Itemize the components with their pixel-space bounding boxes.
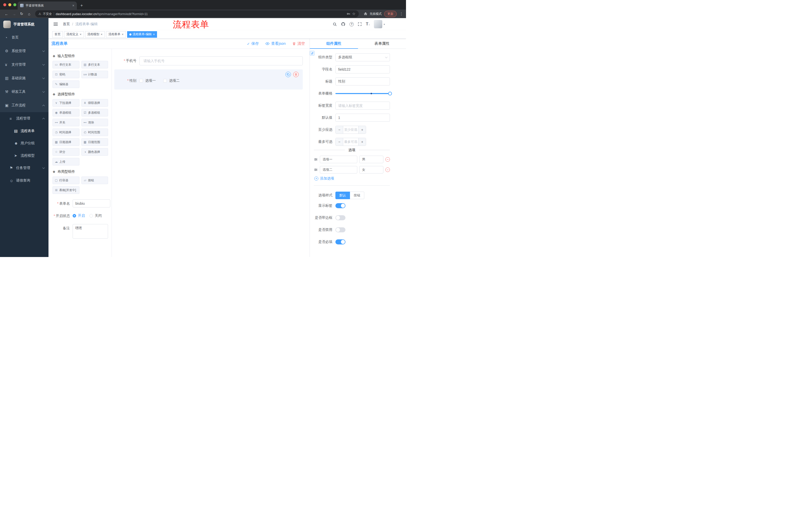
palette-item-rate[interactable]: ☆评分: [53, 148, 79, 156]
palette-item-cascade[interactable]: ⋔级联选择: [81, 99, 108, 107]
default-value-input[interactable]: [336, 114, 390, 122]
sidebar-item-workflow[interactable]: ▣ 工作流程: [0, 99, 49, 112]
sidebar-item-process-model[interactable]: ➤ 流程模型: [0, 150, 49, 162]
option-label-input[interactable]: [320, 156, 357, 163]
palette-item-password[interactable]: ⊡密码: [53, 71, 79, 78]
remove-option-icon[interactable]: −: [385, 167, 390, 172]
close-icon[interactable]: ×: [122, 33, 124, 36]
option-label-input[interactable]: [320, 166, 357, 173]
update-button[interactable]: 更新: [384, 11, 397, 17]
forward-icon[interactable]: →: [10, 12, 18, 16]
view-json-button[interactable]: 查看json: [265, 41, 286, 46]
hamburger-icon[interactable]: [53, 22, 59, 27]
avatar[interactable]: [374, 20, 382, 28]
browser-menu-icon[interactable]: ⋮: [400, 11, 403, 16]
minimize-window-button[interactable]: [8, 3, 11, 6]
sidebar-item-task-mgmt[interactable]: ⚑ 任务管理: [0, 162, 49, 174]
browser-tab[interactable]: 芋道管理系统 ×: [18, 1, 77, 9]
back-icon[interactable]: ←: [3, 12, 10, 16]
tag-process-definition[interactable]: 流程定义 ×: [64, 31, 84, 38]
close-icon[interactable]: ×: [101, 33, 103, 36]
new-tab-icon[interactable]: +: [80, 3, 83, 7]
delete-field-button[interactable]: [293, 72, 299, 77]
tag-home[interactable]: 首页: [52, 31, 63, 38]
palette-item-radio-group[interactable]: ◉单选框组: [53, 109, 79, 116]
palette-item-button[interactable]: ▱按钮: [81, 177, 108, 184]
gender-option-2-checkbox[interactable]: 选项二: [163, 78, 180, 83]
slider-handle[interactable]: [388, 92, 392, 96]
github-icon[interactable]: [341, 22, 345, 26]
fullscreen-icon[interactable]: [358, 22, 362, 26]
palette-item-multi-text[interactable]: ▤多行文本: [81, 61, 108, 69]
close-icon[interactable]: ×: [80, 33, 82, 36]
drag-handle-icon[interactable]: [314, 157, 318, 161]
drag-handle-icon[interactable]: [314, 168, 318, 172]
title-input[interactable]: [336, 77, 390, 85]
decrease-icon[interactable]: −: [336, 126, 343, 134]
status-on-radio[interactable]: 开启: [72, 214, 85, 218]
disabled-toggle[interactable]: [336, 227, 345, 232]
grid-slider[interactable]: [336, 89, 390, 98]
field-name-input[interactable]: [336, 65, 390, 74]
sidebar-item-home[interactable]: ◔ 首页: [0, 31, 49, 44]
palette-item-single-text[interactable]: ▭单行文本: [53, 61, 79, 69]
close-window-button[interactable]: [3, 3, 6, 6]
close-icon[interactable]: ×: [153, 33, 155, 36]
show-label-toggle[interactable]: [336, 203, 345, 208]
palette-item-select[interactable]: ∨下拉选择: [53, 99, 79, 107]
required-toggle[interactable]: [336, 239, 345, 244]
tag-process-form[interactable]: 流程表单 ×: [106, 31, 126, 38]
tag-process-model[interactable]: 流程模型 ×: [85, 31, 105, 38]
user-menu[interactable]: ▾: [374, 20, 385, 28]
save-button[interactable]: ✓ 保存: [247, 41, 259, 46]
palette-item-time-picker[interactable]: ◷时间选择: [53, 129, 79, 136]
security-label[interactable]: 不安全: [43, 12, 52, 16]
tab-form-props[interactable]: 表单属性: [358, 39, 406, 49]
form-name-input[interactable]: [72, 199, 110, 208]
link-icon[interactable]: [310, 51, 315, 56]
min-select-stepper[interactable]: − 至少应选 +: [336, 126, 366, 134]
field-phone[interactable]: *手机号: [114, 56, 303, 65]
sidebar-item-infrastructure[interactable]: ▥ 基础设施: [0, 72, 49, 85]
search-icon[interactable]: [332, 22, 337, 26]
tag-process-form-edit[interactable]: 流程表单-编辑 ×: [127, 31, 157, 38]
option-value-input[interactable]: [359, 166, 383, 173]
palette-item-date-range[interactable]: ▩日期范围: [81, 138, 108, 146]
address-bar[interactable]: ⚠ 不安全 dashboard.yudao.iocoder.cn/bpm/man…: [35, 10, 359, 17]
add-option-button[interactable]: + 添加选项: [314, 176, 390, 181]
bookmark-star-icon[interactable]: ☆: [352, 11, 355, 16]
sidebar-item-system-mgmt[interactable]: ⚙ 系统管理: [0, 44, 49, 58]
palette-item-editor[interactable]: ✎编辑器: [53, 80, 79, 88]
palette-item-switch[interactable]: ⊶开关: [53, 119, 79, 126]
palette-item-counter[interactable]: 123计数器: [81, 71, 108, 78]
clear-button[interactable]: 清空: [292, 41, 305, 46]
zoom-window-button[interactable]: [13, 3, 16, 6]
palette-item-date-picker[interactable]: ▦日期选择: [53, 138, 79, 146]
palette-item-time-range[interactable]: ◴时间范围: [81, 129, 108, 136]
palette-item-slider[interactable]: ⊷滑块: [81, 119, 108, 126]
sidebar-item-process-mgmt[interactable]: ≡ 流程管理: [0, 112, 49, 125]
copy-field-button[interactable]: [285, 72, 291, 77]
home-icon[interactable]: ⌂: [26, 12, 33, 16]
tab-close-icon[interactable]: ×: [72, 4, 75, 7]
reload-icon[interactable]: ↻: [18, 11, 25, 16]
selected-field-gender[interactable]: *性别 选项一 选项二: [114, 70, 303, 89]
palette-item-table[interactable]: ⊞表格[开发中]: [53, 186, 79, 194]
tab-component-props[interactable]: 组件属性: [310, 39, 358, 49]
style-default-button[interactable]: 默认: [336, 192, 350, 199]
status-off-radio[interactable]: 关闭: [89, 214, 102, 218]
font-size-icon[interactable]: T↕: [366, 22, 370, 26]
max-placeholder[interactable]: 最多可选: [343, 138, 358, 145]
gender-option-1-checkbox[interactable]: 选项一: [140, 78, 156, 83]
sidebar-item-leave-query[interactable]: ☺ 请假查询: [0, 174, 49, 187]
sidebar-item-user-group[interactable]: ☻ 用户分组: [0, 137, 49, 150]
component-type-select[interactable]: 多选框组: [336, 53, 390, 61]
phone-input[interactable]: [140, 56, 303, 65]
remove-option-icon[interactable]: −: [385, 157, 390, 162]
breadcrumb-home[interactable]: 首页: [63, 22, 70, 26]
increase-icon[interactable]: +: [358, 138, 366, 145]
help-icon[interactable]: ?: [349, 22, 354, 26]
max-select-stepper[interactable]: − 最多可选 +: [336, 138, 366, 146]
remark-textarea[interactable]: 嘿嘿: [72, 224, 108, 239]
option-value-input[interactable]: [359, 156, 383, 163]
